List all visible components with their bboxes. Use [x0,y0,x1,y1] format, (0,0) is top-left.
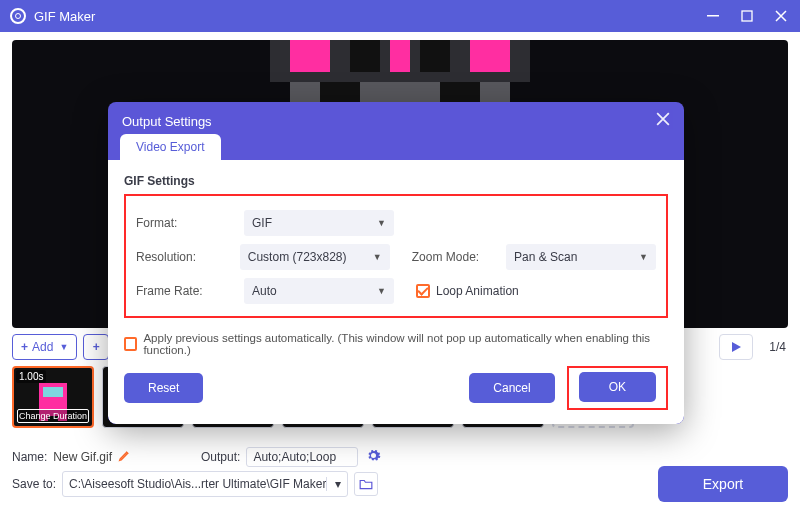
checkbox-icon [416,284,430,298]
chevron-down-icon: ▼ [377,218,386,228]
svg-rect-8 [470,40,510,72]
zoom-dropdown[interactable]: Pan & Scan ▼ [506,244,656,270]
saveto-label: Save to: [12,477,56,491]
ok-button-label: OK [609,380,626,394]
tab-label: Video Export [136,140,205,154]
play-button[interactable] [719,334,753,360]
svg-rect-0 [707,15,719,17]
checkbox-icon [124,337,137,351]
loop-animation-checkbox[interactable]: Loop Animation [416,284,519,298]
reset-button-label: Reset [148,381,179,395]
output-label: Output: [201,450,240,464]
gear-icon[interactable] [366,448,381,466]
zoom-label: Zoom Mode: [412,250,494,264]
minimize-button[interactable] [704,7,722,25]
cancel-button[interactable]: Cancel [469,373,554,403]
cancel-button-label: Cancel [493,381,530,395]
app-title: GIF Maker [34,9,95,24]
pager: 1/4 [769,340,788,354]
app-logo-icon [10,8,26,24]
add-frame-button[interactable]: + [83,334,109,360]
export-button[interactable]: Export [658,466,788,502]
svg-rect-7 [420,40,450,72]
reset-button[interactable]: Reset [124,373,203,403]
apply-label: Apply previous settings automatically. (… [143,332,668,356]
plus-icon: + [21,340,28,354]
framerate-label: Frame Rate: [136,284,232,298]
resolution-label: Resolution: [136,250,228,264]
resolution-value: Custom (723x828) [248,250,347,264]
pencil-icon[interactable] [118,449,131,465]
close-window-button[interactable] [772,7,790,25]
export-button-label: Export [703,476,743,492]
dialog-title: Output Settings [122,114,212,129]
output-value[interactable]: Auto;Auto;Loop [246,447,358,467]
svg-rect-6 [390,40,410,72]
output-settings-dialog: Output Settings Video Export GIF Setting… [108,102,684,424]
chevron-down-icon: ▼ [373,252,382,262]
saveto-row: Save to: C:\Aiseesoft Studio\Ais...rter … [0,474,800,504]
gif-settings-group: Format: GIF ▼ Resolution: Custom (723x82… [124,194,668,318]
format-dropdown[interactable]: GIF ▼ [244,210,394,236]
apply-settings-checkbox[interactable]: Apply previous settings automatically. (… [124,332,668,356]
open-folder-button[interactable] [354,472,378,496]
thumbnail-duration: 1.00s [16,370,46,383]
svg-rect-4 [290,40,330,72]
saveto-field[interactable]: C:\Aiseesoft Studio\Ais...rter Ultimate\… [62,471,348,497]
chevron-down-icon: ▼ [377,286,386,296]
svg-rect-1 [742,11,752,21]
resolution-dropdown[interactable]: Custom (723x828) ▼ [240,244,390,270]
format-value: GIF [252,216,272,230]
svg-rect-21 [43,387,62,397]
chevron-down-icon: ▼ [59,342,68,352]
dialog-footer: Reset Cancel OK [124,366,668,410]
add-button[interactable]: + Add ▼ [12,334,77,360]
format-label: Format: [136,216,232,230]
ok-highlight: OK [567,366,668,410]
ok-button[interactable]: OK [579,372,656,402]
chevron-down-icon: ▼ [639,252,648,262]
framerate-dropdown[interactable]: Auto ▼ [244,278,394,304]
tab-video-export[interactable]: Video Export [120,134,221,160]
add-button-label: Add [32,340,53,354]
change-duration-button[interactable]: Change Duration [17,409,89,423]
thumbnail-1[interactable]: 1.00s Change Duration [12,366,94,428]
zoom-value: Pan & Scan [514,250,577,264]
name-label: Name: [12,450,47,464]
svg-rect-5 [350,40,380,72]
chevron-down-icon: ▾ [326,477,341,491]
titlebar: GIF Maker [0,0,800,32]
saveto-value: C:\Aiseesoft Studio\Ais...rter Ultimate\… [69,477,326,491]
maximize-button[interactable] [738,7,756,25]
loop-label: Loop Animation [436,284,519,298]
close-icon[interactable] [656,112,670,130]
framerate-value: Auto [252,284,277,298]
section-title: GIF Settings [124,174,668,188]
name-value: New Gif.gif [53,450,112,464]
plus-icon: + [93,340,100,354]
